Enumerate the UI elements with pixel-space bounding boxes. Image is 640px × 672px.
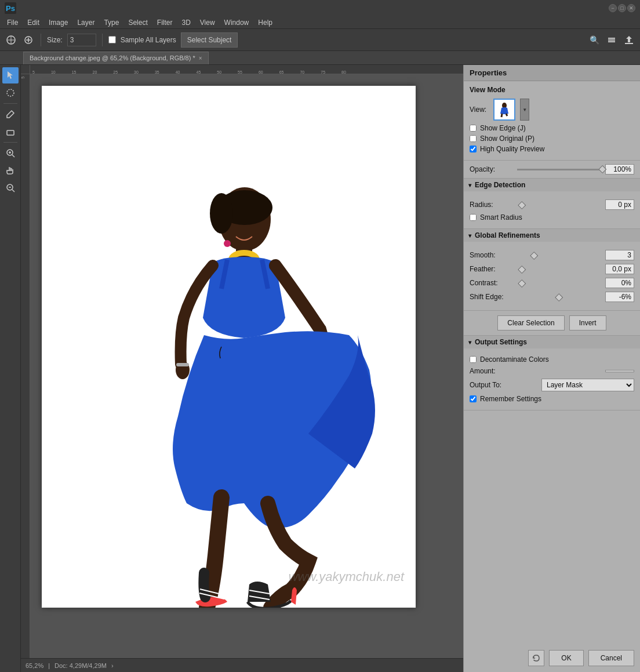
smooth-thumb[interactable]	[530, 252, 539, 260]
cancel-button[interactable]: Cancel	[588, 650, 634, 666]
menu-image[interactable]: Image	[44, 16, 72, 29]
opacity-label: Opacity:	[470, 165, 515, 173]
menu-file[interactable]: File	[2, 16, 23, 29]
menu-window[interactable]: Window	[220, 16, 254, 29]
output-settings-section: ▾ Output Settings Decontaminate Colors A…	[464, 336, 640, 411]
opacity-section: Opacity: 100%	[464, 161, 640, 179]
smart-radius-checkbox[interactable]	[470, 214, 477, 221]
canvas-content: www.yakymchuk.net	[42, 86, 416, 608]
tab-close-button[interactable]: ×	[199, 55, 202, 61]
show-original-checkbox[interactable]	[470, 135, 477, 142]
show-edge-row: Show Edge (J)	[470, 124, 634, 132]
main-layout: 5 10 15 20 25 30 35 40 45 50 55 60 65 70…	[0, 65, 640, 672]
menu-filter[interactable]: Filter	[152, 16, 177, 29]
remember-settings-checkbox[interactable]	[470, 395, 477, 402]
canvas-wrapper: www.yakymchuk.net	[30, 74, 463, 658]
doc-size: Doc: 4,29M/4,29M	[54, 662, 107, 669]
radius-label: Radius:	[470, 201, 512, 209]
shift-edge-value[interactable]: -6%	[605, 292, 634, 302]
restore-button[interactable]: □	[618, 4, 626, 12]
show-edge-checkbox[interactable]	[470, 125, 477, 132]
view-dropdown-button[interactable]: ▼	[520, 99, 529, 121]
document-tab[interactable]: Background change.jpeg @ 65,2% (Backgrou…	[23, 52, 209, 64]
menu-type[interactable]: Type	[99, 16, 123, 29]
output-to-select[interactable]: Layer Mask	[541, 379, 634, 391]
smart-radius-row: Smart Radius	[470, 213, 634, 221]
menu-select[interactable]: Select	[123, 16, 152, 29]
menu-layer[interactable]: Layer	[72, 16, 99, 29]
show-edge-label: Show Edge (J)	[480, 124, 526, 132]
menu-3d[interactable]: 3D	[177, 16, 195, 29]
edge-detection-body: Radius: 0 px Smart Radius	[464, 191, 640, 228]
high-quality-row: High Quality Preview	[470, 145, 634, 153]
decontaminate-checkbox[interactable]	[470, 356, 477, 363]
radius-thumb[interactable]	[518, 201, 526, 209]
close-button[interactable]: ✕	[627, 4, 635, 12]
menu-help[interactable]: Help	[253, 16, 277, 29]
size-label: Size:	[47, 36, 63, 44]
opacity-slider[interactable]	[515, 169, 605, 170]
feather-value[interactable]: 0,0 px	[605, 264, 634, 274]
ruler-left: 5 10 15 20 25 30 35 40 45 50 55 60 65 70…	[21, 74, 30, 658]
global-refinements-chevron: ▾	[468, 233, 471, 239]
shift-edge-thumb[interactable]	[555, 293, 563, 302]
contrast-value[interactable]: 0%	[605, 278, 634, 288]
properties-panel: Properties View Mode View: ▼	[463, 65, 640, 672]
status-arrow[interactable]: ›	[111, 662, 114, 669]
select-subject-button[interactable]: Select Subject	[181, 32, 238, 48]
show-original-label: Show Original (P)	[480, 135, 534, 143]
feather-thumb[interactable]	[518, 266, 526, 274]
opacity-track	[517, 169, 603, 170]
sample-all-layers-checkbox[interactable]	[108, 36, 116, 43]
size-input[interactable]	[67, 34, 96, 46]
view-thumbnail[interactable]	[493, 99, 515, 121]
zoom-out-tool[interactable]	[2, 180, 19, 196]
global-refinements-label: Global Refinements	[475, 231, 540, 239]
ruler-top: 5 10 15 20 25 30 35 40 45 50 55 60 65 70…	[30, 65, 463, 74]
hand-tool[interactable]	[2, 162, 19, 179]
smooth-label: Smooth:	[470, 251, 512, 259]
svg-text:Ps: Ps	[6, 4, 15, 13]
edge-detection-header[interactable]: ▾ Edge Detection	[464, 179, 640, 191]
properties-title: Properties	[464, 65, 640, 81]
layers-icon[interactable]	[605, 34, 618, 46]
contrast-thumb[interactable]	[518, 279, 526, 288]
search-icon[interactable]: 🔍	[588, 34, 601, 46]
refine-edge-tool[interactable]	[2, 85, 19, 101]
toolbar: Size: Sample All Layers Select Subject 🔍	[0, 29, 640, 51]
amount-row: Amount:	[470, 367, 634, 375]
eraser-tool[interactable]	[2, 123, 19, 140]
selection-tool[interactable]	[2, 67, 19, 83]
ok-button[interactable]: OK	[549, 650, 583, 666]
output-settings-header[interactable]: ▾ Output Settings	[464, 336, 640, 348]
clear-selection-button[interactable]: Clear Selection	[497, 315, 564, 330]
minimize-button[interactable]: −	[609, 4, 617, 12]
global-refinements-header[interactable]: ▾ Global Refinements	[464, 229, 640, 242]
high-quality-checkbox[interactable]	[470, 146, 477, 152]
svg-rect-29	[176, 363, 189, 366]
tool-plus-icon[interactable]	[22, 34, 35, 46]
brush-tool-icon[interactable]	[5, 34, 17, 46]
menu-edit[interactable]: Edit	[23, 16, 44, 29]
svg-point-12	[7, 89, 14, 96]
show-original-row: Show Original (P)	[470, 135, 634, 143]
reset-button[interactable]	[528, 650, 544, 666]
export-icon[interactable]	[623, 34, 635, 46]
view-mode-label: View Mode	[470, 86, 634, 94]
menu-view[interactable]: View	[195, 16, 220, 29]
svg-rect-13	[7, 130, 14, 135]
contrast-label: Contrast:	[470, 279, 512, 287]
smooth-value[interactable]: 3	[605, 250, 634, 260]
svg-point-24	[210, 193, 233, 234]
global-refinements-body: Smooth: 3 Feather:	[464, 242, 640, 310]
radius-value[interactable]: 0 px	[605, 199, 634, 210]
amount-value[interactable]	[605, 370, 634, 372]
decontaminate-label: Decontaminate Colors	[480, 355, 549, 364]
opacity-value[interactable]: 100%	[605, 164, 634, 175]
zoom-in-tool[interactable]	[2, 145, 19, 161]
invert-button[interactable]: Invert	[569, 315, 606, 330]
output-to-row: Output To: Layer Mask	[470, 379, 634, 391]
shift-edge-label: Shift Edge:	[470, 293, 512, 301]
bottom-buttons: OK Cancel	[464, 644, 640, 672]
brush-paint-tool[interactable]	[2, 106, 19, 122]
